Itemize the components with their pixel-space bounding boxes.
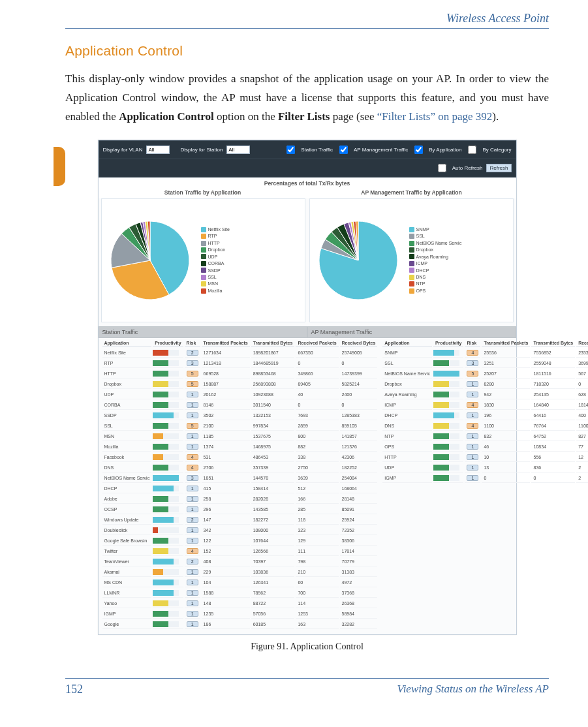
table-row: HTTP 5 669528 898853468 349865 14739399: [102, 369, 378, 379]
legend-item: NTP: [409, 281, 462, 286]
table-row: NetBIOS Name Servic 5 25207 1811516 567 …: [382, 369, 588, 379]
chart-title-right: AP Management Traffic by Application: [307, 187, 516, 198]
filter-toolbar: Display for VLAN Display for Station Sta…: [99, 140, 516, 159]
text: option on the: [214, 110, 278, 123]
table-row: SSL 3 3251 2559048 3699 343690: [382, 359, 588, 368]
legend-item: SSDP: [201, 268, 230, 273]
text: page (see: [330, 110, 377, 123]
cross-ref-link[interactable]: “Filter Lists” on page 392: [377, 110, 493, 123]
table-row: HTTP 1 10 556 12 1274: [382, 453, 588, 462]
table-row: Doubleclick 1 342 108000 323 72352: [102, 526, 378, 535]
section-heading: Application Control: [65, 43, 549, 59]
table-row: SSL 5 2100 997834 2859 859105: [102, 422, 378, 431]
table-row: ICMP 4 1830 164840 1814 189836: [382, 401, 588, 410]
figure-screenshot: Display for VLAN Display for Station Sta…: [98, 140, 517, 635]
by-app-checkbox[interactable]: [414, 146, 423, 154]
table-row: Dropbox 5 158887 256893808 89405 5825214: [102, 380, 378, 389]
by-category-checkbox[interactable]: [468, 146, 476, 154]
table-row: Mozilla 1 1374 1468975 882 121376: [102, 442, 378, 452]
legend-item: OPS: [409, 288, 462, 294]
by-category-label: By Category: [482, 147, 511, 153]
legend-item: SSL: [201, 274, 230, 280]
station-traffic-label: Station Traffic: [301, 147, 333, 153]
ap-mgmt-checkbox[interactable]: [339, 146, 348, 154]
legend-item: UDP: [201, 254, 230, 260]
table-row: RTP 3 1213418 1844685919 0 0: [102, 359, 378, 368]
table-row: LLMNR 1 1588 78562 700 37368: [102, 589, 378, 598]
text: ).: [492, 110, 499, 123]
by-app-label: By Application: [429, 147, 461, 153]
table-row: Facebook 4 531 486453 338 42306: [102, 453, 378, 462]
running-header: Wireless Access Point: [65, 12, 549, 25]
legend-item: RTP: [201, 233, 230, 239]
table-row: Akamai 1 229 103836 210 31383: [102, 568, 378, 577]
table-row: Windows Update 2 147 182272 118 25924: [102, 516, 378, 525]
auto-refresh-label: Auto Refresh: [452, 165, 483, 171]
table-row: Netflix Site 2 1271634 1898201867 667350…: [102, 348, 378, 358]
table-row: TeamViewer 2 408 70397 798 70779: [102, 557, 378, 566]
station-select[interactable]: [226, 146, 250, 154]
intro-paragraph: This display-only window provides a snap…: [65, 70, 549, 127]
station-pie-chart: Netflix SiteRTPHTTPDropboxUDPCORBASSDPSS…: [101, 198, 305, 322]
emphasis: Filter Lists: [278, 110, 330, 123]
charts-master-title: Percentages of total Tx/Rx bytes: [99, 178, 516, 187]
legend-item: DNS: [409, 274, 462, 280]
station-label: Display for Station: [180, 147, 223, 153]
legend-item: Avaya Roaming: [409, 254, 462, 260]
legend-item: SNMP: [409, 226, 462, 232]
table-row: IGMP 1 0 0 2 72: [382, 474, 588, 483]
mgmt-section-label: AP Management Traffic: [307, 326, 516, 338]
legend-item: DHCP: [409, 268, 462, 273]
table-row: Google 1 186 60185 163 32282: [102, 620, 378, 629]
table-row: NTP 1 832 64752 827 62852: [382, 432, 588, 441]
chart-title-left: Station Traffic by Application: [99, 187, 307, 198]
station-section-label: Station Traffic: [99, 326, 307, 338]
table-row: MS CDN 1 104 126341 60 4972: [102, 578, 378, 587]
table-row: SSDP 1 3502 1322153 7693 1285383: [102, 411, 378, 420]
legend-item: Dropbox: [409, 247, 462, 253]
page-number: 152: [65, 683, 83, 696]
figure-caption: Figure 91. Application Control: [65, 642, 549, 652]
table-row: Google Safe Browsin 1 122 107644 129 383…: [102, 536, 378, 546]
table-row: Twitter 4 152 126566 111 17814: [102, 547, 378, 556]
table-row: UDP 1 20162 10923688 40 2400: [102, 390, 378, 399]
table-row: Avaya Roaming 1 942 254135 628 178350: [382, 390, 588, 399]
mgmt-pie-chart: SNMPSSLNetBIOS Name ServicDropboxAvaya R…: [309, 198, 514, 322]
legend-item: ICMP: [409, 260, 462, 266]
table-row: CORBA 1 8146 3011540 0 0: [102, 401, 378, 410]
table-row: NetBIOS Name Servic 3 1851 144578 3639 2…: [102, 474, 378, 483]
refresh-button[interactable]: Refresh: [486, 164, 511, 172]
legend-item: HTTP: [201, 240, 230, 246]
vlan-label: Display for VLAN: [103, 147, 143, 153]
legend-item: Mozilla: [201, 288, 230, 294]
table-row: DHCP 1 196 64416 400 135246: [382, 411, 588, 420]
thumb-tab: [54, 147, 65, 186]
table-row: IGMP 1 1235 57056 1253 58984: [102, 610, 378, 619]
table-row: DNS 4 1100 76764 1100 105664: [382, 422, 588, 431]
footer-section-title: Viewing Status on the Wireless AP: [397, 683, 549, 696]
station-traffic-table: ApplicationProductivityRiskTransmitted P…: [101, 338, 379, 630]
charts-area: Netflix SiteRTPHTTPDropboxUDPCORBASSDPSS…: [99, 198, 516, 326]
table-row: OPS 1 46 10834 77 17803: [382, 442, 588, 452]
station-traffic-checkbox[interactable]: [286, 146, 295, 154]
ap-mgmt-label: AP Management Traffic: [354, 147, 408, 153]
legend-item: Dropbox: [201, 247, 230, 253]
table-row: SNMP 4 25536 7536852 23534 8685955: [382, 348, 588, 358]
vlan-select[interactable]: [146, 146, 170, 154]
auto-refresh-checkbox[interactable]: [438, 164, 446, 172]
footer-rule: [65, 678, 549, 679]
legend-item: CORBA: [201, 260, 230, 266]
table-row: UDP 1 13 836 2 178: [382, 463, 588, 472]
legend-item: NetBIOS Name Servic: [409, 240, 462, 246]
legend-item: Netflix Site: [201, 226, 230, 232]
table-row: Adobe 1 258 282028 166 28148: [102, 495, 378, 504]
table-row: Yahoo 1 148 88722 114 26368: [102, 599, 378, 608]
table-row: Dropbox 1 8280 718320 0 0: [382, 380, 588, 389]
table-row: MSN 1 1185 1537675 800 141857: [102, 432, 378, 441]
table-row: OCSP 1 296 143585 285 85091: [102, 505, 378, 514]
table-row: DHCP 1 415 158414 512 168064: [102, 484, 378, 493]
table-row: DNS 4 2706 357339 2750 182252: [102, 463, 378, 472]
legend-item: MSN: [201, 281, 230, 286]
emphasis: Application Control: [119, 110, 214, 123]
mgmt-traffic-table: ApplicationProductivityRiskTransmitted P…: [381, 338, 588, 484]
